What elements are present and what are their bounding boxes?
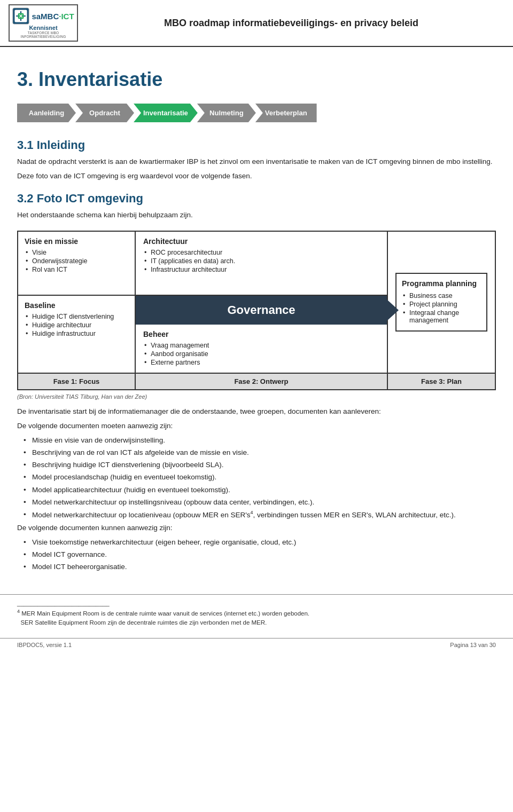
- must-item-0: Missie en visie van de onderwijsinstelli…: [24, 435, 496, 446]
- section-31-title: Inleiding: [37, 138, 85, 152]
- section-32-number: 3.2: [17, 192, 34, 205]
- visie-list: Visie Onderwijsstrategie Rol van ICT: [25, 249, 128, 273]
- must-item-3: Model proceslandschap (huidig en eventue…: [24, 472, 496, 483]
- arch-item-1: IT (applicaties en data) arch.: [143, 257, 379, 265]
- body-para1: De inventarisatie start bij de informati…: [17, 406, 496, 417]
- chapter-heading: 3. Inventarisatie: [17, 68, 496, 91]
- must-list: Missie en visie van de onderwijsinstelli…: [17, 435, 496, 521]
- logo-container: saMBC·ICT Kennisnet TASKFORCE MBO INFORM…: [9, 4, 78, 42]
- section-31-para1: Nadat de opdracht versterkt is aan de kw…: [17, 156, 496, 168]
- logo-top: saMBC·ICT: [12, 7, 74, 25]
- baseline-item-1: Huidige architectuur: [25, 321, 128, 329]
- baseline-list: Huidige ICT dienstverlening Huidige arch…: [25, 313, 128, 337]
- step-box-opdracht: Opdracht: [75, 104, 134, 122]
- fase2-label: Fase 2: Ontwerp: [136, 374, 388, 389]
- diagram-left-col: Visie en missie Visie Onderwijsstrategie…: [18, 232, 136, 373]
- programma-item-1: Project planning: [402, 301, 481, 308]
- footer-page: Pagina 13 van 30: [450, 642, 496, 648]
- programma-item-2: Integraal change management: [402, 309, 481, 324]
- beheer-item-2: Externe partners: [143, 359, 379, 366]
- step-box-aanleiding: Aanleiding: [17, 104, 76, 122]
- chapter-title: Inventarisatie: [38, 68, 162, 90]
- fase-row: Fase 1: Focus Fase 2: Ontwerp Fase 3: Pl…: [18, 373, 495, 389]
- step-box-verbeterplan: Verbeterplan: [255, 104, 317, 122]
- footnote-4-text: MER Main Equipment Room is de centrale r…: [21, 610, 309, 617]
- step-box-inventarisatie: Inventarisatie: [134, 104, 198, 122]
- logo-text: saMBC·ICT: [32, 12, 74, 21]
- section-31-number: 3.1: [17, 138, 34, 152]
- step-verbeterplan: Verbeterplan: [255, 104, 316, 122]
- architectuur-list: ROC procesarchitectuur IT (applicaties e…: [143, 249, 379, 273]
- step-box-nulmeting: Nulmeting: [197, 104, 256, 122]
- governance-label: Governance: [227, 303, 295, 317]
- logo-icon: [12, 7, 29, 25]
- can-list: Visie toekomstige netwerkarchitectuur (e…: [17, 537, 496, 573]
- section-32-intro: Het onderstaande schema kan hierbij behu…: [17, 210, 496, 221]
- diagram-center-col: Architectuur ROC procesarchitectuur IT (…: [136, 232, 388, 373]
- must-item-2: Beschrijving huidige ICT dienstverlening…: [24, 460, 496, 470]
- baseline-item-0: Huidige ICT dienstverlening: [25, 313, 128, 320]
- diagram-governance-box: Governance: [136, 296, 387, 325]
- must-item-6: Model netwerkarchitectuur op locatienive…: [24, 509, 496, 521]
- step-aanleiding: Aanleiding: [17, 104, 75, 122]
- diagram-right-col: Programma planning Business case Project…: [388, 232, 495, 373]
- body-para2: De volgende documenten moeten aanwezig z…: [17, 421, 496, 432]
- diagram-architectuur-box: Architectuur ROC procesarchitectuur IT (…: [136, 232, 387, 296]
- baseline-item-2: Huidige infrastructuur: [25, 330, 128, 337]
- must-item-4: Model applicatiearchitectuur (huidig en …: [24, 485, 496, 495]
- section-31-heading: 3.1 Inleiding: [17, 138, 496, 152]
- programma-title: Programma planning: [402, 279, 481, 288]
- page-content: 3. Inventarisatie Aanleiding Opdracht In…: [0, 52, 513, 586]
- footnote-section: ___________________________ 4 MER Main E…: [0, 594, 513, 628]
- beheer-list: Vraag management Aanbod organisatie Exte…: [143, 342, 379, 366]
- progress-bar: Aanleiding Opdracht Inventarisatie Nulme…: [17, 104, 496, 122]
- step-nulmeting: Nulmeting: [197, 104, 255, 122]
- footer-doc-id: IBPDOC5, versie 1.1: [17, 642, 72, 648]
- visie-title: Visie en missie: [25, 237, 128, 246]
- can-item-2: Model ICT beheerorganisatie.: [24, 562, 496, 572]
- must-item-1: Beschrijving van de rol van ICT als afge…: [24, 447, 496, 458]
- beheer-item-0: Vraag management: [143, 342, 379, 349]
- header-title: MBO roadmap informatiebeveiligings- en p…: [78, 18, 504, 29]
- baseline-title: Baseline: [25, 301, 128, 310]
- footnote-4: 4 MER Main Equipment Room is de centrale…: [17, 608, 496, 618]
- footnote-line: ___________________________: [17, 599, 496, 608]
- page-footer: IBPDOC5, versie 1.1 Pagina 13 van 30: [0, 638, 513, 651]
- chapter-number: 3.: [17, 68, 33, 90]
- beheer-item-1: Aanbod organisatie: [143, 350, 379, 358]
- diagram-beheer-box: Beheer Vraag management Aanbod organisat…: [136, 325, 387, 373]
- fase3-label: Fase 3: Plan: [388, 374, 495, 389]
- beheer-title: Beheer: [143, 330, 379, 338]
- governance-arrow: [387, 299, 399, 321]
- can-item-0: Visie toekomstige netwerkarchitectuur (e…: [24, 537, 496, 548]
- section-31-para2: Deze foto van de ICT omgeving is erg waa…: [17, 171, 496, 182]
- section-32-heading: 3.2 Foto ICT omgeving: [17, 192, 496, 206]
- visie-item-2: Rol van ICT: [25, 266, 128, 273]
- footnote-4b-text: SER Satellite Equipment Room zijn de dec…: [20, 619, 267, 626]
- diagram-inner: Visie en missie Visie Onderwijsstrategie…: [18, 232, 495, 373]
- architectuur-title: Architectuur: [143, 237, 379, 246]
- must-item-5: Model netwerkarchitectuur op instellings…: [24, 497, 496, 508]
- fase1-label: Fase 1: Focus: [18, 374, 136, 389]
- arch-item-0: ROC procesarchitectuur: [143, 249, 379, 256]
- arch-item-2: Infrastructuur architectuur: [143, 266, 379, 273]
- logo-box: saMBC·ICT Kennisnet TASKFORCE MBO INFORM…: [9, 4, 78, 42]
- visie-item-0: Visie: [25, 249, 128, 256]
- programma-box: Programma planning Business case Project…: [395, 273, 487, 332]
- logo-taskforce: TASKFORCE MBO INFORMATIEBEVEILIGING: [13, 31, 74, 38]
- section-32-title: Foto ICT omgeving: [37, 192, 143, 205]
- programma-item-0: Business case: [402, 292, 481, 299]
- diagram-baseline-box: Baseline Huidige ICT dienstverlening Hui…: [18, 296, 135, 373]
- footnote-4b: SER Satellite Equipment Room zijn de dec…: [17, 618, 496, 627]
- ict-diagram: Visie en missie Visie Onderwijsstrategie…: [17, 231, 496, 390]
- visie-item-1: Onderwijsstrategie: [25, 257, 128, 265]
- programma-list: Business case Project planning Integraal…: [402, 292, 481, 324]
- diagram-visie-box: Visie en missie Visie Onderwijsstrategie…: [18, 232, 135, 296]
- diagram-source: (Bron: Universiteit TIAS Tilburg, Han va…: [17, 393, 496, 400]
- page-header: saMBC·ICT Kennisnet TASKFORCE MBO INFORM…: [0, 0, 513, 47]
- step-inventarisatie: Inventarisatie: [134, 104, 197, 122]
- step-opdracht: Opdracht: [75, 104, 134, 122]
- body-para3: De volgende documenten kunnen aanwezig z…: [17, 523, 496, 534]
- footnote-4-number: 4: [17, 609, 20, 614]
- logo-kennisnet: Kennisnet: [29, 25, 57, 31]
